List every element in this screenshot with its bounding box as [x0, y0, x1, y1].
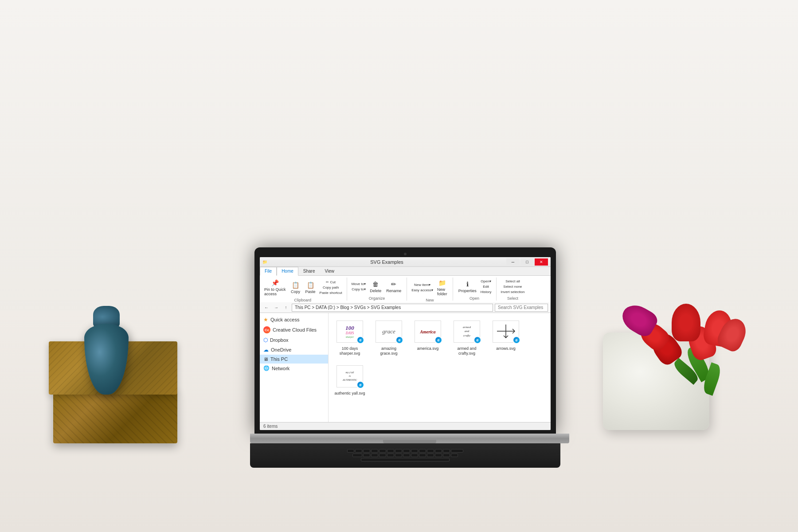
sidebar-item-label: OneDrive	[271, 347, 291, 352]
key[interactable]	[387, 454, 394, 457]
key[interactable]	[352, 454, 362, 457]
sidebar-item-dropbox[interactable]: ⬡ Dropbox	[260, 335, 328, 345]
tab-file[interactable]: File	[260, 267, 277, 276]
key[interactable]	[435, 449, 442, 453]
key[interactable]	[411, 449, 418, 453]
file-name: amazinggrace.svg	[380, 346, 397, 356]
up-button[interactable]: ↑	[282, 304, 290, 312]
file-icon-area: armedandcrafty e	[451, 318, 482, 345]
open-button[interactable]: Open▾	[480, 279, 493, 284]
file-name: 100 dayssharper.svg	[340, 346, 360, 356]
properties-icon: ℹ	[463, 280, 472, 289]
spacebar[interactable]	[361, 458, 450, 462]
folder-icon: 📁	[262, 260, 267, 264]
key[interactable]	[387, 449, 394, 453]
cut-button[interactable]: ✂ Cut	[319, 280, 343, 285]
select-none-button[interactable]: Select none	[500, 284, 526, 289]
search-input[interactable]	[495, 304, 548, 312]
minimize-button[interactable]: ─	[506, 258, 520, 266]
edit-button[interactable]: Edit	[480, 284, 493, 289]
file-item-america[interactable]: America e america.svg	[410, 317, 446, 358]
history-button[interactable]: History	[480, 289, 493, 294]
copy-to-button[interactable]: Copy to▾	[351, 287, 367, 292]
title-bar: 📁 SVG Examples ─ □ ✕	[260, 257, 551, 267]
key[interactable]	[403, 449, 410, 453]
organize-buttons: Move to▾ Copy to▾ 🗑 Delete	[351, 278, 403, 295]
key[interactable]	[443, 449, 450, 453]
key[interactable]	[427, 454, 434, 457]
move-to-button[interactable]: Move to▾	[351, 282, 367, 286]
sidebar-item-label: Quick access	[270, 317, 299, 322]
keyboard-rows	[261, 449, 549, 462]
paste-button[interactable]: 📋 Paste	[304, 280, 317, 295]
rename-button[interactable]: ✏ Rename	[384, 279, 403, 294]
key[interactable]	[395, 454, 402, 457]
key[interactable]	[379, 449, 386, 453]
key[interactable]	[363, 449, 370, 453]
edge-badge: e	[434, 336, 442, 344]
key[interactable]	[355, 449, 362, 453]
key[interactable]	[419, 449, 426, 453]
key[interactable]	[411, 454, 418, 457]
address-path[interactable]: This PC > DATA (D:) > Blog > SVGs > SVG …	[292, 304, 493, 312]
key[interactable]	[403, 454, 410, 457]
key[interactable]	[419, 454, 426, 457]
edge-badge: e	[473, 336, 481, 344]
sidebar-item-onedrive[interactable]: ☁ OneDrive	[260, 345, 328, 355]
select-all-button[interactable]: Select all	[500, 279, 526, 284]
new-folder-button[interactable]: 📁 Newfolder	[435, 278, 449, 297]
key-row-1	[261, 449, 549, 453]
tab-home[interactable]: Home	[277, 267, 298, 276]
file-item-armed[interactable]: armedandcrafty e armed andcrafty.svg	[449, 317, 485, 358]
delete-button[interactable]: 🗑 Delete	[368, 279, 383, 294]
back-button[interactable]: ←	[262, 304, 270, 312]
close-button[interactable]: ✕	[535, 258, 548, 266]
key[interactable]	[379, 454, 386, 457]
tab-share[interactable]: Share	[298, 267, 320, 275]
sidebar-item-this-pc[interactable]: 🖥 This PC	[260, 355, 328, 364]
file-item-arrows[interactable]: e arrows.svg	[488, 317, 524, 358]
sidebar-item-quick-access[interactable]: ★ Quick access	[260, 315, 328, 325]
sidebar-item-network[interactable]: 🌐 Network	[260, 364, 328, 373]
dropbox-icon: ⬡	[263, 337, 268, 343]
key[interactable]	[451, 454, 458, 457]
maximize-button[interactable]: □	[520, 258, 534, 266]
file-item-grace[interactable]: grace e amazinggrace.svg	[371, 317, 407, 358]
select-col: Select all Select none Invert selection	[500, 279, 526, 294]
easy-access-button[interactable]: Easy access▾	[411, 288, 434, 293]
pc-icon: 🖥	[263, 356, 268, 362]
key[interactable]	[363, 454, 370, 457]
tab-view[interactable]: View	[320, 267, 340, 275]
laptop: 📁 SVG Examples ─ □ ✕ File Home Share	[250, 247, 560, 468]
key[interactable]	[347, 449, 354, 453]
key[interactable]	[435, 454, 442, 457]
invert-selection-button[interactable]: Invert selection	[500, 289, 526, 294]
key-row-3	[261, 458, 549, 462]
paste-shortcut-button[interactable]: Paste shortcut	[319, 290, 343, 295]
scene: 📁 SVG Examples ─ □ ✕ File Home Share	[0, 0, 798, 532]
sidebar-item-label: Network	[272, 366, 289, 371]
ribbon-group-organize: Move to▾ Copy to▾ 🗑 Delete	[351, 278, 407, 301]
new-item-button[interactable]: New item▾	[411, 282, 434, 287]
delete-icon: 🗑	[371, 280, 380, 289]
copy-path-button[interactable]: Copy path	[319, 285, 343, 290]
network-icon: 🌐	[263, 365, 270, 371]
forward-button[interactable]: →	[272, 304, 280, 312]
sidebar-item-creative-cloud[interactable]: Cc Creative Cloud Files	[260, 325, 328, 335]
select-label: Select	[507, 296, 518, 301]
key[interactable]	[371, 449, 378, 453]
file-item-authentic[interactable]: my y'allisAUTHENTIC e authentic yall.svg	[332, 361, 368, 398]
preview-text: grace	[382, 328, 395, 335]
key[interactable]	[443, 454, 450, 457]
key[interactable]	[451, 449, 463, 453]
copy-button[interactable]: 📋 Copy	[289, 280, 302, 295]
copy-icon: 📋	[291, 281, 300, 289]
properties-button[interactable]: ℹ Properties	[457, 279, 478, 294]
key[interactable]	[427, 449, 434, 453]
file-item-100days[interactable]: 100 DAYS sharper e 100 dayssharper.svg	[332, 317, 368, 358]
preview-text: 100 DAYS sharper	[344, 324, 355, 340]
key[interactable]	[371, 454, 378, 457]
pin-button[interactable]: 📌 Pin to Quickaccess	[262, 278, 288, 297]
key[interactable]	[395, 449, 402, 453]
file-name: armed andcrafty.svg	[457, 346, 476, 356]
